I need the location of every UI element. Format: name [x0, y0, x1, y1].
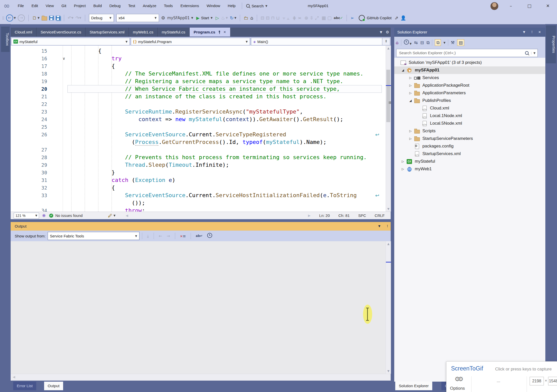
share-icon[interactable]: ⇗ [394, 15, 398, 21]
hot-reload-button[interactable]: ♨▼ [221, 15, 228, 21]
scroll-up-icon[interactable]: ▲ [386, 242, 391, 246]
capture-height-input[interactable]: 1548 [548, 377, 557, 385]
fold-collapse-icon[interactable]: ∨ [60, 55, 67, 62]
menu-tools[interactable]: Tools [160, 0, 177, 12]
menu-test[interactable]: Test [124, 0, 139, 12]
menu-extensions[interactable]: Extensions [177, 0, 203, 12]
navigate-back-button[interactable]: ← [6, 14, 13, 22]
maximize-button[interactable]: □ [524, 0, 535, 12]
expand-icon[interactable]: ▷ [399, 160, 406, 163]
code-line-15[interactable]: 15 { [11, 47, 386, 55]
menu-git[interactable]: Git [58, 0, 70, 12]
chevron-down-icon[interactable]: ▼ [443, 41, 445, 44]
project-dropdown[interactable]: C#myStateful ▼ [11, 38, 130, 45]
expand-icon[interactable]: ▷ [407, 76, 414, 80]
properties-side-tab[interactable]: Properties [546, 25, 556, 63]
code-editor[interactable]: 15 {16∨ try17 {18 // The ServiceManifest… [11, 46, 386, 212]
editor-tab-cloud.xml[interactable]: Cloud.xml [11, 28, 37, 36]
toolbar-drag-handle[interactable]: ⣿ [2, 16, 4, 20]
navigate-forward-button[interactable]: → [18, 14, 25, 22]
code-line-18[interactable]: 18 // The ServiceManifest.XML file defin… [11, 70, 386, 78]
platform-dropdown[interactable]: x64▼ [116, 14, 159, 22]
tree-item-packages-config[interactable]: packages.config [394, 142, 545, 150]
solution-explorer-titlebar[interactable]: Solution Explorer ▼ ⊺ ✕ [394, 28, 545, 37]
code-line-30[interactable]: 30 } [11, 169, 386, 176]
status-column[interactable]: Ch: 81 [338, 212, 350, 219]
split-editor-button[interactable]: ⇕ [382, 38, 390, 45]
spell-check-button[interactable]: abc✓ [334, 16, 343, 20]
tree-item-scripts[interactable]: ▷Scripts [394, 127, 545, 135]
toolbox-side-tab[interactable]: Toolbox [1, 27, 10, 52]
output-source-dropdown[interactable]: Service Fabric Tools▼ [48, 232, 139, 240]
switch-views-icon[interactable]: ⌂ [396, 40, 399, 45]
startup-project-dropdown[interactable]: mySFApp01▼ [167, 16, 193, 20]
status-line[interactable]: Ln: 20 [319, 212, 330, 219]
tree-item-myweb1[interactable]: ▷myWeb1 [394, 165, 545, 173]
bottom-tab-error-list[interactable]: Error List [13, 382, 36, 390]
save-button[interactable] [49, 16, 54, 20]
search-control[interactable]: Search ▼ [246, 4, 267, 8]
code-line-23[interactable]: 23 ServiceRuntime.RegisterServiceAsync("… [11, 108, 386, 116]
code-line-33[interactable]: 33 ServiceEventSource.Current.ServiceHos… [11, 192, 386, 199]
word-wrap-icon[interactable]: ab↵ [196, 234, 203, 238]
redo-button[interactable]: ↷ ▼ [76, 15, 81, 21]
expand-icon[interactable]: ▷ [399, 167, 406, 171]
close-panel-icon[interactable]: ✕ [538, 28, 541, 37]
tree-item-publishprofiles[interactable]: ◢PublishProfiles [394, 97, 545, 104]
output-content[interactable] [11, 241, 386, 374]
configuration-dropdown[interactable]: Debug▼ [89, 14, 114, 22]
type-dropdown[interactable]: { }myStateful.Program ▼ [131, 38, 250, 45]
zoom-dropdown[interactable]: 121 %▼ [14, 213, 39, 219]
window-position-chevron-icon[interactable]: ▼ [523, 28, 525, 37]
menu-build[interactable]: Build [89, 0, 105, 12]
pending-changes-filter-icon[interactable]: ▼ [404, 40, 412, 46]
menu-view[interactable]: View [42, 0, 58, 12]
pin-tab-icon[interactable] [218, 30, 221, 34]
editor-tab-program.cs[interactable]: Program.cs✕ [190, 28, 230, 36]
scroll-up-icon[interactable]: ▲ [386, 47, 391, 50]
tree-item-local-5node-xml[interactable]: Local.5Node.xml [394, 120, 545, 127]
code-line-22[interactable]: 22 [11, 100, 386, 108]
editor-vertical-scrollbar[interactable]: ▲ ▼ [386, 46, 391, 212]
tree-item-mystateful[interactable]: ▷myStateful [394, 158, 545, 165]
save-all-button[interactable] [56, 16, 60, 20]
code-line-19[interactable]: 19 // Registering a service maps a servi… [11, 78, 386, 85]
status-spaces[interactable]: SPC [358, 212, 366, 219]
options-label[interactable]: Options [450, 386, 465, 391]
tree-item-cloud-xml[interactable]: Cloud.xml [394, 104, 545, 112]
live-share-icon[interactable]: 👤 [400, 15, 406, 21]
scroll-down-icon[interactable]: ▼ [386, 207, 391, 211]
output-panel-titlebar[interactable]: Output ▼ ⊺ ✕ [11, 222, 391, 231]
collapse-all-icon[interactable]: ⊟ [420, 40, 424, 45]
editor-tab-mystateful.cs[interactable]: myStateful.cs [158, 28, 190, 36]
expand-icon[interactable]: ▷ [407, 129, 414, 133]
code-line-continuation[interactable]: (Process.GetCurrentProcess().Id, typeof(… [11, 138, 386, 146]
tree-item-solution-mysfapp01-3-of-3-projects-[interactable]: Solution 'mySFApp01' (3 of 3 projects) [394, 59, 545, 66]
window-position-chevron-icon[interactable]: ▼ [378, 222, 380, 231]
preview-selected-items-toggle[interactable]: ▤ [457, 39, 464, 46]
tree-item-applicationparameters[interactable]: ▷ApplicationParameters [394, 89, 545, 97]
find-in-files-icon[interactable]: 🗀 [244, 15, 248, 21]
properties-window-icon[interactable]: ⧉ [426, 40, 429, 45]
status-line-endings[interactable]: CRLF [375, 212, 385, 219]
menu-edit[interactable]: Edit [28, 0, 42, 12]
menu-window[interactable]: Window [203, 0, 224, 12]
code-line-26[interactable]: 26 ServiceEventSource.Current.ServiceTyp… [11, 131, 386, 138]
code-line-24[interactable]: 24 context => new myStateful(context)).G… [11, 116, 386, 123]
solution-window-icon[interactable]: ⌂ [250, 15, 253, 21]
code-line-21[interactable]: 21 // an instance of the class is create… [11, 93, 386, 100]
open-file-button[interactable] [42, 16, 47, 21]
menu-project[interactable]: Project [70, 0, 89, 12]
tree-item-local-1node-xml[interactable]: Local.1Node.xml [394, 112, 545, 120]
code-line-28[interactable]: 28 // Prevents this host process from te… [11, 154, 386, 161]
output-vertical-scrollbar[interactable]: ▲ ▼ [386, 241, 391, 374]
show-all-files-toggle[interactable]: ⧉ [435, 39, 441, 46]
code-line-17[interactable]: 17 { [11, 62, 386, 70]
restart-button[interactable]: ↻▼ [230, 15, 236, 21]
sync-with-active-document-icon[interactable]: ⇆ [414, 40, 418, 45]
search-options-chevron-icon[interactable]: ▼ [531, 52, 537, 54]
scrollbar-thumb[interactable] [386, 70, 390, 122]
close-button[interactable]: ✕ [542, 0, 554, 12]
tree-item-startupservices-xml[interactable]: StartupServices.xml [394, 150, 545, 158]
bottom-tab-output[interactable]: Output [44, 382, 63, 390]
